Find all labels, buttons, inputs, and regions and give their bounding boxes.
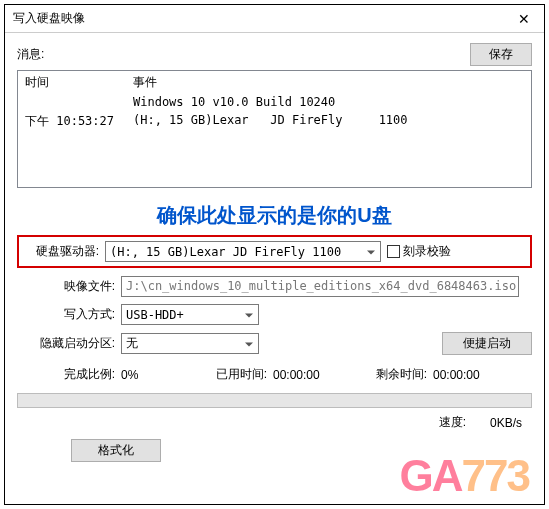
log-header-event: 事件: [127, 72, 530, 93]
bottom-button-row: 格式化: [17, 439, 532, 462]
progress-row: 完成比例: 0% 已用时间: 00:00:00 剩余时间: 00:00:00: [17, 366, 532, 383]
write-method-label: 写入方式:: [17, 306, 121, 323]
log-row: Windows 10 v10.0 Build 10240: [19, 93, 530, 111]
info-label: 消息:: [17, 46, 44, 63]
save-button[interactable]: 保存: [470, 43, 532, 66]
elapsed-label: 已用时间:: [213, 366, 273, 383]
log-cell-time: [19, 93, 127, 111]
format-button[interactable]: 格式化: [71, 439, 161, 462]
hidden-boot-label: 隐藏启动分区:: [17, 335, 121, 352]
drive-select-value: (H:, 15 GB)Lexar JD FireFly 1100: [110, 245, 341, 259]
log-cell-event: Windows 10 v10.0 Build 10240: [127, 93, 530, 111]
annotation-text: 确保此处显示的是你的U盘: [17, 202, 532, 229]
progress-bar: [17, 393, 532, 408]
verify-label: 刻录校验: [403, 243, 451, 260]
drive-select[interactable]: (H:, 15 GB)Lexar JD FireFly 1100: [105, 241, 381, 262]
log-header-time: 时间: [19, 72, 127, 93]
drive-label: 硬盘驱动器:: [25, 243, 105, 260]
hidden-boot-value: 无: [126, 335, 138, 352]
hidden-boot-select[interactable]: 无: [121, 333, 259, 354]
content-area: 消息: 保存 时间 事件 Windows 10 v10.0 Build 1024…: [5, 33, 544, 504]
speed-row: 速度: 0KB/s: [17, 414, 532, 431]
convenient-boot-button[interactable]: 便捷启动: [442, 332, 532, 355]
speed-value: 0KB/s: [490, 416, 522, 430]
percent-label: 完成比例:: [17, 366, 121, 383]
remaining-value: 00:00:00: [433, 368, 532, 382]
percent-value: 0%: [121, 368, 213, 382]
dialog-window: 写入硬盘映像 ✕ 消息: 保存 时间 事件 Windows 10 v10.0 B…: [4, 4, 545, 505]
window-title: 写入硬盘映像: [13, 10, 85, 27]
close-icon[interactable]: ✕: [504, 5, 544, 32]
verify-checkbox-wrap[interactable]: 刻录校验: [387, 243, 451, 260]
log-header: 时间 事件: [19, 72, 530, 93]
verify-checkbox[interactable]: [387, 245, 400, 258]
speed-label: 速度:: [439, 414, 466, 431]
image-label: 映像文件:: [17, 278, 121, 295]
log-cell-event: (H:, 15 GB)Lexar JD FireFly 1100: [127, 111, 530, 132]
log-box[interactable]: 时间 事件 Windows 10 v10.0 Build 10240 下午 10…: [17, 70, 532, 188]
write-method-value: USB-HDD+: [126, 308, 184, 322]
remaining-label: 剩余时间:: [373, 366, 433, 383]
log-row: 下午 10:53:27 (H:, 15 GB)Lexar JD FireFly …: [19, 111, 530, 132]
elapsed-value: 00:00:00: [273, 368, 373, 382]
image-file-field[interactable]: J:\cn_windows_10_multiple_editions_x64_d…: [121, 276, 519, 297]
write-method-select[interactable]: USB-HDD+: [121, 304, 259, 325]
drive-highlight-box: 硬盘驱动器: (H:, 15 GB)Lexar JD FireFly 1100 …: [17, 235, 532, 268]
log-cell-time: 下午 10:53:27: [19, 111, 127, 132]
titlebar: 写入硬盘映像 ✕: [5, 5, 544, 33]
